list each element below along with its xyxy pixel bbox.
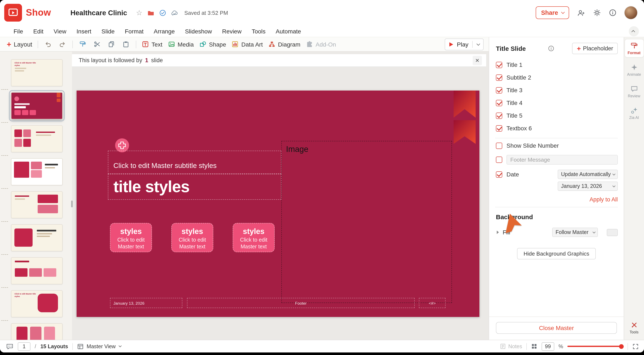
image-placeholder[interactable]: Image bbox=[282, 141, 452, 303]
menu-item[interactable]: Automate bbox=[270, 26, 306, 36]
title-placeholder[interactable]: title styles bbox=[108, 174, 282, 200]
settings-gear-icon[interactable] bbox=[593, 9, 601, 16]
menu-item[interactable]: Insert bbox=[72, 26, 96, 36]
insert-diagram-button[interactable]: Diagram bbox=[268, 40, 300, 48]
card-line: Click to edit bbox=[233, 236, 274, 243]
zoom-input[interactable] bbox=[542, 342, 554, 350]
rail-item-review[interactable]: Review bbox=[625, 82, 643, 100]
add-layout-button[interactable]: + Layout bbox=[7, 40, 32, 48]
menu-item[interactable]: View bbox=[48, 26, 71, 36]
layout-thumbnail[interactable] bbox=[11, 224, 62, 251]
undo-icon[interactable] bbox=[44, 40, 52, 49]
layout-thumbnail[interactable]: Click to edit Master title styles bbox=[11, 290, 62, 317]
menu-item[interactable]: File bbox=[8, 26, 28, 36]
show-logo[interactable]: Show bbox=[4, 4, 51, 22]
layout-thumbnail[interactable] bbox=[11, 125, 62, 152]
cut-scissors-icon[interactable] bbox=[93, 40, 102, 49]
current-slide-input[interactable] bbox=[18, 342, 30, 350]
style-card[interactable]: styles Click to edit Master text bbox=[233, 223, 274, 252]
panel-resize-handle[interactable] bbox=[71, 200, 73, 207]
zoom-slider[interactable] bbox=[568, 346, 623, 347]
folder-icon[interactable] bbox=[147, 9, 154, 16]
date-toggle[interactable]: Date bbox=[496, 170, 519, 178]
subtitle-placeholder[interactable]: Click to edit Master subtitle styles bbox=[108, 151, 282, 174]
rail-item-tools[interactable]: Tools bbox=[625, 318, 643, 336]
slide-number-placeholder[interactable]: <#> bbox=[419, 298, 446, 308]
rail-item-animate[interactable]: Animate bbox=[625, 61, 643, 79]
footer-placeholder[interactable]: Footer bbox=[187, 298, 415, 308]
checkbox-icon[interactable] bbox=[496, 112, 502, 119]
favorite-star-icon[interactable]: ☆ bbox=[136, 9, 142, 16]
collaborators-icon[interactable] bbox=[577, 9, 585, 16]
collapse-toolbar-button[interactable] bbox=[629, 26, 639, 36]
footer-message-checkbox[interactable] bbox=[496, 156, 502, 163]
menu-item[interactable]: Format bbox=[120, 26, 149, 36]
style-card[interactable]: styles Click to edit Master text bbox=[171, 223, 213, 252]
layout-thumbnail[interactable]: Click to edit Master title styles bbox=[11, 59, 62, 86]
placeholder-toggle-row[interactable]: Subtitle 2 bbox=[496, 71, 624, 84]
menu-item[interactable]: Review bbox=[217, 26, 247, 36]
document-title[interactable]: Healthcare Clinic bbox=[70, 9, 127, 17]
expander-triangle-icon[interactable] bbox=[497, 230, 499, 234]
layout-thumbnail[interactable] bbox=[11, 257, 62, 284]
checkbox-icon[interactable] bbox=[496, 62, 502, 68]
placeholder-toggle-row[interactable]: Title 4 bbox=[496, 96, 624, 109]
insert-text-button[interactable]: Text bbox=[142, 40, 162, 48]
show-slide-number-checkbox[interactable] bbox=[496, 142, 502, 149]
share-button[interactable]: Share bbox=[536, 6, 569, 19]
play-button-group[interactable]: Play bbox=[445, 38, 484, 50]
checkbox-icon[interactable] bbox=[496, 125, 502, 132]
show-slide-number-row[interactable]: Show Slide Number bbox=[496, 139, 624, 152]
footer-message-input[interactable] bbox=[506, 155, 618, 164]
add-placeholder-button[interactable]: + Placeholder bbox=[572, 43, 618, 54]
date-mode-select[interactable]: Update Automatically bbox=[558, 170, 618, 179]
fullscreen-icon[interactable] bbox=[632, 343, 639, 350]
hide-background-graphics-button[interactable]: Hide Background Graphics bbox=[517, 248, 596, 259]
footer-date-placeholder[interactable]: January 13, 2026 bbox=[110, 298, 182, 308]
close-master-button[interactable]: Close Master bbox=[496, 322, 617, 334]
placeholder-toggle-row[interactable]: Title 1 bbox=[496, 58, 624, 71]
info-icon[interactable] bbox=[548, 45, 554, 52]
fill-select[interactable]: Follow Master bbox=[552, 228, 598, 237]
layout-thumbnail[interactable] bbox=[11, 191, 62, 218]
slide-sorter-icon[interactable] bbox=[531, 343, 537, 350]
layout-thumbnail[interactable] bbox=[11, 323, 62, 340]
checkbox-icon[interactable] bbox=[496, 74, 502, 80]
master-view-select[interactable]: Master View bbox=[77, 343, 121, 350]
menu-item[interactable]: Edit bbox=[28, 26, 48, 36]
date-checkbox[interactable] bbox=[496, 171, 502, 178]
rail-item-zia-ai[interactable]: Zia AI bbox=[625, 104, 643, 122]
checkbox-icon[interactable] bbox=[496, 87, 502, 93]
insert-media-button[interactable]: Media bbox=[168, 40, 194, 48]
insert-data-art-button[interactable]: Data Art bbox=[232, 40, 263, 48]
menu-item[interactable]: Slide bbox=[96, 26, 120, 36]
master-slide-editor[interactable]: Click to edit Master subtitle styles tit… bbox=[76, 90, 480, 317]
apply-to-all-link[interactable]: Apply to All bbox=[584, 191, 624, 204]
style-card[interactable]: styles Click to edit Master text bbox=[110, 223, 152, 252]
insert-shape-button[interactable]: Shape bbox=[199, 40, 226, 48]
notes-toggle[interactable]: Notes bbox=[500, 343, 522, 350]
redo-icon[interactable] bbox=[58, 40, 67, 49]
feedback-chat-icon[interactable] bbox=[6, 343, 14, 350]
info-icon[interactable] bbox=[609, 9, 616, 16]
placeholder-toggle-row[interactable]: Title 5 bbox=[496, 109, 624, 122]
zoom-slider-knob[interactable] bbox=[619, 344, 624, 349]
format-painter-icon[interactable] bbox=[78, 40, 87, 49]
placeholder-toggle-row[interactable]: Title 3 bbox=[496, 84, 624, 96]
paste-icon[interactable] bbox=[122, 40, 130, 49]
layout-thumbnail[interactable] bbox=[11, 158, 62, 185]
placeholder-label: Title 1 bbox=[506, 61, 522, 68]
menu-item[interactable]: Tools bbox=[247, 26, 270, 36]
date-value-select[interactable]: January 13, 2026 bbox=[558, 182, 618, 191]
rail-item-format[interactable]: Format bbox=[625, 39, 643, 57]
placeholder-toggle-row[interactable]: Textbox 6 bbox=[496, 122, 624, 134]
close-icon[interactable]: × bbox=[473, 56, 482, 65]
menu-item[interactable]: Slideshow bbox=[180, 26, 217, 36]
add-on-button[interactable]: Add-On bbox=[306, 40, 336, 48]
checkbox-icon[interactable] bbox=[496, 100, 502, 106]
layout-thumbnail[interactable] bbox=[11, 92, 62, 119]
fill-color-swatch[interactable] bbox=[607, 229, 618, 236]
copy-icon[interactable] bbox=[107, 40, 116, 49]
menu-item[interactable]: Arrange bbox=[149, 26, 180, 36]
user-avatar[interactable] bbox=[624, 6, 637, 19]
